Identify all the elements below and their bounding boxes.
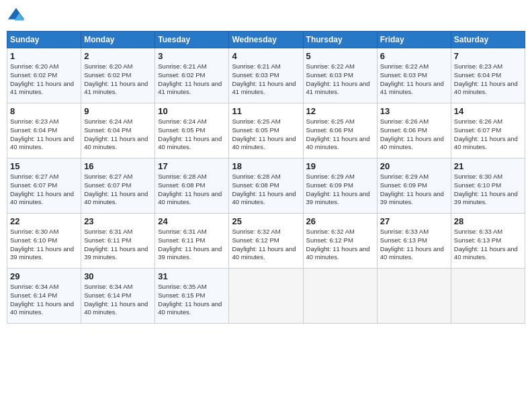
day-number: 14	[454, 106, 522, 116]
calendar-cell: 6Sunrise: 6:22 AMSunset: 6:03 PMDaylight…	[377, 48, 451, 103]
calendar-cell: 3Sunrise: 6:21 AMSunset: 6:02 PMDaylight…	[155, 48, 229, 103]
day-number: 31	[158, 271, 226, 281]
day-info: Sunrise: 6:27 AMSunset: 6:07 PMDaylight:…	[84, 173, 152, 207]
calendar-cell: 25Sunrise: 6:32 AMSunset: 6:12 PMDayligh…	[229, 214, 303, 269]
day-info: Sunrise: 6:32 AMSunset: 6:12 PMDaylight:…	[232, 228, 300, 262]
day-number: 6	[380, 51, 448, 61]
day-number: 7	[454, 51, 522, 61]
day-info: Sunrise: 6:22 AMSunset: 6:03 PMDaylight:…	[306, 62, 374, 97]
calendar-week-5: 29Sunrise: 6:34 AMSunset: 6:14 PMDayligh…	[7, 269, 525, 324]
day-number: 24	[158, 216, 226, 226]
calendar-cell: 26Sunrise: 6:32 AMSunset: 6:12 PMDayligh…	[303, 214, 377, 269]
day-info: Sunrise: 6:22 AMSunset: 6:03 PMDaylight:…	[380, 62, 448, 97]
calendar-cell: 13Sunrise: 6:26 AMSunset: 6:06 PMDayligh…	[377, 103, 451, 158]
day-number: 12	[306, 106, 374, 116]
day-info: Sunrise: 6:33 AMSunset: 6:13 PMDaylight:…	[454, 228, 522, 262]
day-info: Sunrise: 6:34 AMSunset: 6:14 PMDaylight:…	[84, 283, 152, 317]
calendar-body: 1Sunrise: 6:20 AMSunset: 6:02 PMDaylight…	[7, 48, 525, 324]
day-number: 4	[232, 51, 300, 61]
calendar-week-4: 22Sunrise: 6:30 AMSunset: 6:10 PMDayligh…	[7, 214, 525, 269]
calendar-table: SundayMondayTuesdayWednesdayThursdayFrid…	[7, 31, 525, 324]
day-number: 27	[380, 216, 448, 226]
day-info: Sunrise: 6:32 AMSunset: 6:12 PMDaylight:…	[306, 228, 374, 262]
calendar-cell: 23Sunrise: 6:31 AMSunset: 6:11 PMDayligh…	[81, 214, 155, 269]
calendar-cell	[451, 269, 525, 324]
column-header-sunday: Sunday	[7, 32, 81, 48]
column-header-wednesday: Wednesday	[229, 32, 303, 48]
day-number: 18	[232, 161, 300, 171]
day-info: Sunrise: 6:20 AMSunset: 6:02 PMDaylight:…	[10, 62, 78, 97]
calendar-cell: 29Sunrise: 6:34 AMSunset: 6:14 PMDayligh…	[7, 269, 81, 324]
day-info: Sunrise: 6:21 AMSunset: 6:02 PMDaylight:…	[158, 62, 226, 97]
calendar-cell: 22Sunrise: 6:30 AMSunset: 6:10 PMDayligh…	[7, 214, 81, 269]
logo-icon	[7, 7, 26, 26]
calendar-cell: 18Sunrise: 6:28 AMSunset: 6:08 PMDayligh…	[229, 158, 303, 214]
day-info: Sunrise: 6:33 AMSunset: 6:13 PMDaylight:…	[380, 228, 448, 262]
calendar-cell	[229, 269, 303, 324]
logo	[7, 7, 28, 26]
day-info: Sunrise: 6:30 AMSunset: 6:10 PMDaylight:…	[454, 173, 522, 207]
day-number: 13	[380, 106, 448, 116]
day-info: Sunrise: 6:21 AMSunset: 6:03 PMDaylight:…	[232, 62, 300, 97]
day-number: 22	[10, 216, 78, 226]
day-number: 5	[306, 51, 374, 61]
day-info: Sunrise: 6:25 AMSunset: 6:05 PMDaylight:…	[232, 118, 300, 152]
calendar-cell: 4Sunrise: 6:21 AMSunset: 6:03 PMDaylight…	[229, 48, 303, 103]
calendar-cell: 31Sunrise: 6:35 AMSunset: 6:15 PMDayligh…	[155, 269, 229, 324]
day-info: Sunrise: 6:26 AMSunset: 6:06 PMDaylight:…	[380, 118, 448, 152]
calendar-week-2: 8Sunrise: 6:23 AMSunset: 6:04 PMDaylight…	[7, 103, 525, 158]
calendar-cell: 7Sunrise: 6:23 AMSunset: 6:04 PMDaylight…	[451, 48, 525, 103]
calendar-cell: 19Sunrise: 6:29 AMSunset: 6:09 PMDayligh…	[303, 158, 377, 214]
day-number: 26	[306, 216, 374, 226]
calendar-cell: 17Sunrise: 6:28 AMSunset: 6:08 PMDayligh…	[155, 158, 229, 214]
day-number: 10	[158, 106, 226, 116]
calendar-week-1: 1Sunrise: 6:20 AMSunset: 6:02 PMDaylight…	[7, 48, 525, 103]
day-info: Sunrise: 6:31 AMSunset: 6:11 PMDaylight:…	[158, 228, 226, 262]
calendar-cell: 30Sunrise: 6:34 AMSunset: 6:14 PMDayligh…	[81, 269, 155, 324]
day-info: Sunrise: 6:30 AMSunset: 6:10 PMDaylight:…	[10, 228, 78, 262]
day-number: 23	[84, 216, 152, 226]
day-info: Sunrise: 6:29 AMSunset: 6:09 PMDaylight:…	[380, 173, 448, 207]
page-header	[7, 7, 525, 26]
column-header-thursday: Thursday	[303, 32, 377, 48]
column-header-monday: Monday	[81, 32, 155, 48]
day-number: 9	[84, 106, 152, 116]
day-info: Sunrise: 6:24 AMSunset: 6:04 PMDaylight:…	[84, 118, 152, 152]
column-header-saturday: Saturday	[451, 32, 525, 48]
day-number: 3	[158, 51, 226, 61]
calendar-cell: 27Sunrise: 6:33 AMSunset: 6:13 PMDayligh…	[377, 214, 451, 269]
day-info: Sunrise: 6:23 AMSunset: 6:04 PMDaylight:…	[10, 118, 78, 152]
day-number: 20	[380, 161, 448, 171]
calendar-cell: 15Sunrise: 6:27 AMSunset: 6:07 PMDayligh…	[7, 158, 81, 214]
calendar-cell: 28Sunrise: 6:33 AMSunset: 6:13 PMDayligh…	[451, 214, 525, 269]
day-info: Sunrise: 6:26 AMSunset: 6:07 PMDaylight:…	[454, 118, 522, 152]
calendar-cell: 1Sunrise: 6:20 AMSunset: 6:02 PMDaylight…	[7, 48, 81, 103]
day-info: Sunrise: 6:34 AMSunset: 6:14 PMDaylight:…	[10, 283, 78, 317]
day-info: Sunrise: 6:27 AMSunset: 6:07 PMDaylight:…	[10, 173, 78, 207]
calendar-cell: 16Sunrise: 6:27 AMSunset: 6:07 PMDayligh…	[81, 158, 155, 214]
column-header-friday: Friday	[377, 32, 451, 48]
calendar-cell: 5Sunrise: 6:22 AMSunset: 6:03 PMDaylight…	[303, 48, 377, 103]
calendar-cell: 14Sunrise: 6:26 AMSunset: 6:07 PMDayligh…	[451, 103, 525, 158]
calendar-cell: 21Sunrise: 6:30 AMSunset: 6:10 PMDayligh…	[451, 158, 525, 214]
calendar-cell: 2Sunrise: 6:20 AMSunset: 6:02 PMDaylight…	[81, 48, 155, 103]
calendar-week-3: 15Sunrise: 6:27 AMSunset: 6:07 PMDayligh…	[7, 158, 525, 214]
calendar-cell	[377, 269, 451, 324]
day-number: 16	[84, 161, 152, 171]
day-info: Sunrise: 6:29 AMSunset: 6:09 PMDaylight:…	[306, 173, 374, 207]
calendar-cell: 10Sunrise: 6:24 AMSunset: 6:05 PMDayligh…	[155, 103, 229, 158]
calendar-cell: 11Sunrise: 6:25 AMSunset: 6:05 PMDayligh…	[229, 103, 303, 158]
day-info: Sunrise: 6:23 AMSunset: 6:04 PMDaylight:…	[454, 62, 522, 97]
day-number: 2	[84, 51, 152, 61]
day-info: Sunrise: 6:28 AMSunset: 6:08 PMDaylight:…	[158, 173, 226, 207]
day-info: Sunrise: 6:28 AMSunset: 6:08 PMDaylight:…	[232, 173, 300, 207]
day-number: 29	[10, 271, 78, 281]
calendar-cell: 8Sunrise: 6:23 AMSunset: 6:04 PMDaylight…	[7, 103, 81, 158]
day-number: 15	[10, 161, 78, 171]
day-number: 30	[84, 271, 152, 281]
day-number: 25	[232, 216, 300, 226]
calendar-cell: 20Sunrise: 6:29 AMSunset: 6:09 PMDayligh…	[377, 158, 451, 214]
day-info: Sunrise: 6:20 AMSunset: 6:02 PMDaylight:…	[84, 62, 152, 97]
calendar-cell: 12Sunrise: 6:25 AMSunset: 6:06 PMDayligh…	[303, 103, 377, 158]
day-number: 21	[454, 161, 522, 171]
